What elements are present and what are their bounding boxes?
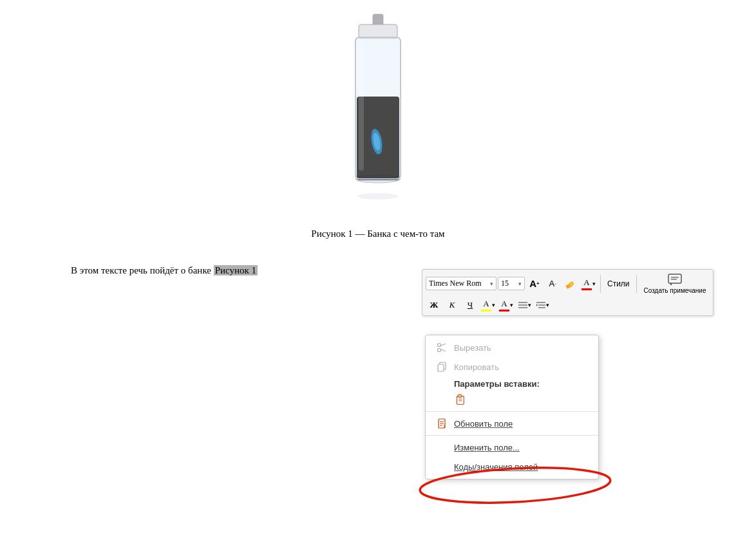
comment-icon [667,273,683,287]
figure-caption: Рисунок 1 — Банка с чем-то там [311,228,444,239]
svg-marker-23 [536,304,538,306]
context-menu-cut[interactable]: Вырезать [426,338,598,357]
font-name-display: Times New Rom [429,279,482,288]
svg-rect-31 [458,395,461,398]
svg-rect-0 [373,14,383,26]
jar-image [320,13,436,219]
svg-point-24 [438,344,441,347]
change-field-icon [436,442,448,453]
context-menu-paste-icon[interactable] [426,390,598,409]
font-color-button[interactable]: A ▾ [580,275,597,292]
list-button[interactable]: ▾ [516,297,533,313]
paste-options-label: Параметры вставки: [426,377,598,390]
svg-point-25 [438,349,441,352]
svg-point-8 [357,193,399,200]
increase-font-button[interactable]: A+ [526,275,543,292]
field-codes-icon [436,461,448,472]
svg-rect-9 [357,39,399,97]
document-area: Рисунок 1 — Банка с чем-то там В этом те… [0,0,756,549]
bold-button[interactable]: Ж [426,297,442,313]
list-icon [518,300,528,310]
svg-rect-29 [438,364,444,371]
size-chevron-icon: ▾ [518,281,522,287]
context-menu-field-codes[interactable]: Коды/значения полей [426,457,598,476]
clear-format-button[interactable] [562,275,579,292]
svg-line-27 [440,349,446,352]
scissors-icon [436,342,448,353]
svg-marker-16 [670,283,672,286]
create-comment-button[interactable]: Создать примечание [640,272,710,295]
change-field-label: Изменить поле... [454,443,520,452]
underline-button[interactable]: Ч [462,297,478,313]
font-size-selector[interactable]: 15 ▾ [498,277,525,290]
caption-text: Рисунок 1 — Банка с чем-то там [311,228,444,239]
font-size-display: 15 [501,279,509,288]
update-field-icon [436,418,448,429]
update-field-label: Обновить поле [454,419,513,429]
svg-rect-13 [668,274,681,283]
context-menu-sep-2 [426,435,598,436]
cut-label: Вырезать [454,343,491,353]
context-menu-sep-1 [426,411,598,412]
context-menu: Вырезать Копировать Параметры вставки: [425,335,599,479]
body-text-before: В этом тексте речь пойдёт о банке [71,265,214,275]
indent-icon [536,300,546,310]
svg-rect-1 [359,24,397,39]
context-menu-change-field[interactable]: Изменить поле... [426,438,598,457]
context-menu-update-field[interactable]: Обновить поле [426,414,598,433]
highlighted-reference: Рисунок 1 [214,265,258,275]
copy-label: Копировать [454,362,499,372]
styles-button[interactable]: Стили [604,275,633,292]
font-color-button-2[interactable]: A ▾ [498,297,515,313]
copy-icon [436,361,448,373]
font-selector[interactable]: Times New Rom ▾ [426,277,496,290]
eraser-icon [565,279,576,289]
field-codes-label: Коды/значения полей [454,462,538,472]
svg-line-26 [440,344,446,346]
paste-icon [454,394,466,405]
figure-container: Рисунок 1 — Банка с чем-то там [52,13,704,252]
toolbar-divider-1 [600,275,601,293]
comment-button-label: Создать примечание [644,287,706,294]
font-chevron-icon: ▾ [490,281,493,287]
indent-button[interactable]: ▾ [534,297,551,313]
toolbar-divider-2 [636,275,637,293]
italic-button[interactable]: К [444,297,460,313]
highlight-button[interactable]: A ▾ [480,297,496,313]
decrease-font-button[interactable]: A- [544,275,561,292]
mini-toolbar: Times New Rom ▾ 15 ▾ A+ A- [422,269,713,316]
context-menu-copy[interactable]: Копировать [426,357,598,377]
